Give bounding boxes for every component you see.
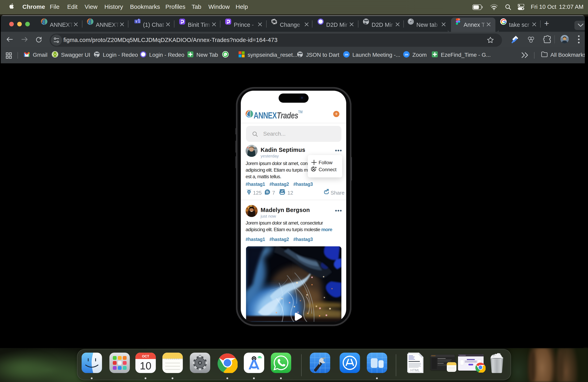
svg-text:T: T	[135, 20, 137, 23]
svg-text:OCT: OCT	[142, 354, 149, 358]
svg-text:zm: zm	[345, 53, 348, 56]
svg-text:HTML: HTML	[410, 368, 420, 372]
svg-text:zm: zm	[405, 53, 408, 56]
svg-text:10: 10	[140, 360, 151, 372]
